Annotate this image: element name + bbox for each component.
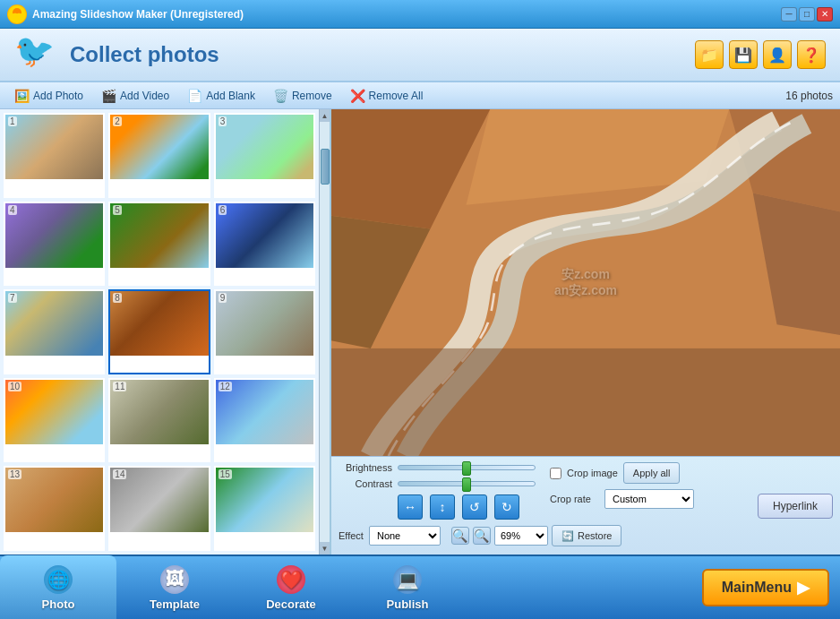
photo-thumb-13[interactable]: 13 <box>4 466 105 551</box>
photo-thumb-5[interactable]: 5 <box>108 202 210 287</box>
rotate-left-button[interactable]: ↺ <box>462 494 487 520</box>
photo-tab-label: Photo <box>42 598 75 611</box>
effect-row: Effect None Grayscale Sepia 🔍 🔍 69% 50% … <box>339 525 536 546</box>
main-menu-arrow-icon: ▶ <box>797 578 810 598</box>
decorate-tab-label: Decorate <box>266 598 316 611</box>
main-menu-label: MainMenu <box>722 580 792 596</box>
crop-image-row: Crop image Apply all <box>550 462 722 484</box>
photo-thumb-12[interactable]: 12 <box>214 378 315 463</box>
folder-icon-button[interactable]: 📁 <box>695 40 724 69</box>
rotate-right-button[interactable]: ↻ <box>494 494 519 520</box>
add-photo-icon: 🖼️ <box>14 89 30 103</box>
photo-thumb-14[interactable]: 14 <box>108 466 210 551</box>
photo-grid: 123456789101112131415 <box>0 109 319 555</box>
minimize-button[interactable]: ─ <box>781 7 797 21</box>
contrast-track[interactable] <box>398 481 536 486</box>
remove-icon: 🗑️ <box>273 89 288 103</box>
scroll-up-button[interactable]: ▲ <box>320 109 330 122</box>
save-icon-button[interactable]: 💾 <box>729 40 758 69</box>
photo-grid-container: 123456789101112131415 ▲ ▼ <box>0 109 330 555</box>
brightness-track[interactable] <box>398 465 536 470</box>
remove-button[interactable]: 🗑️ Remove <box>266 87 339 105</box>
apply-all-button[interactable]: Apply all <box>623 462 681 484</box>
crop-rate-row: Crop rate Custom 4:3 16:9 1:1 <box>550 489 722 509</box>
photo-thumb-11[interactable]: 11 <box>108 378 210 463</box>
zoom-select[interactable]: 69% 50% 100% <box>494 526 548 546</box>
maximize-button[interactable]: □ <box>799 7 815 21</box>
tab-decorate[interactable]: ❤️ Decorate <box>233 555 349 619</box>
template-tab-label: Template <box>150 598 200 611</box>
scroll-thumb[interactable] <box>321 149 330 185</box>
photo-thumb-2[interactable]: 2 <box>108 113 210 198</box>
right-panel: 安z.coman安z.com Brightness Contrast <box>331 109 840 555</box>
thumb-image <box>110 291 208 356</box>
zoom-out-button[interactable]: 🔍 <box>473 527 491 545</box>
header-icons: 📁 💾 👤 ❓ <box>695 40 826 69</box>
transform-icons: ↔ ↕ ↺ ↻ <box>339 494 536 520</box>
window-title: Amazing Slideshow Maker (Unregistered) <box>32 8 781 21</box>
photo-thumb-10[interactable]: 10 <box>4 378 105 463</box>
photo-thumb-6[interactable]: 6 <box>214 202 315 287</box>
thumb-image <box>5 291 103 356</box>
photo-thumb-4[interactable]: 4 <box>4 202 105 287</box>
title-bar: Amazing Slideshow Maker (Unregistered) ─… <box>0 0 840 29</box>
scroll-track <box>320 122 330 542</box>
hyperlink-button[interactable]: Hyperlink <box>758 494 833 519</box>
photo-thumb-7[interactable]: 7 <box>4 289 105 374</box>
main-menu-button[interactable]: MainMenu ▶ <box>702 569 829 606</box>
photo-thumb-8[interactable]: 8 <box>108 289 210 374</box>
crop-image-checkbox[interactable] <box>550 468 561 479</box>
header: Collect photos 📁 💾 👤 ❓ <box>0 29 840 82</box>
app-logo <box>14 32 59 77</box>
add-photo-button[interactable]: 🖼️ Add Photo <box>7 87 90 105</box>
contrast-label: Contrast <box>339 478 392 489</box>
remove-label: Remove <box>292 90 332 102</box>
thumb-number: 4 <box>8 205 17 215</box>
thumb-image <box>5 115 103 179</box>
zoom-in-button[interactable]: 🔍 <box>451 527 469 545</box>
tab-publish[interactable]: 💻 Publish <box>349 555 466 619</box>
close-button[interactable]: ✕ <box>817 7 833 21</box>
preview-image: 安z.coman安z.com <box>331 109 840 456</box>
photo-thumb-1[interactable]: 1 <box>4 113 105 198</box>
remove-all-button[interactable]: ❌ Remove All <box>343 87 431 105</box>
user-icon-button[interactable]: 👤 <box>763 40 792 69</box>
thumb-image <box>5 203 103 268</box>
publish-tab-icon: 💻 <box>393 565 422 594</box>
svg-rect-10 <box>331 348 840 456</box>
flip-h-button[interactable]: ↔ <box>398 494 423 520</box>
thumb-image <box>110 203 208 268</box>
effect-select[interactable]: None Grayscale Sepia <box>369 526 441 546</box>
brightness-row: Brightness <box>339 462 536 473</box>
page-title: Collect photos <box>70 42 219 67</box>
bottom-nav: 🌐 Photo 🖼 Template ❤️ Decorate 💻 Publish… <box>0 555 840 619</box>
thumb-number: 13 <box>8 469 21 479</box>
thumb-number: 8 <box>113 293 122 303</box>
brightness-thumb[interactable] <box>462 461 471 476</box>
thumb-number: 12 <box>219 382 232 391</box>
flip-v-button[interactable]: ↕ <box>430 494 455 520</box>
photo-thumb-9[interactable]: 9 <box>214 289 315 374</box>
contrast-thumb[interactable] <box>462 477 471 492</box>
thumb-image <box>110 115 208 179</box>
add-blank-button[interactable]: 📄 Add Blank <box>180 87 262 105</box>
photo-thumb-3[interactable]: 3 <box>214 113 315 198</box>
tab-photo[interactable]: 🌐 Photo <box>0 555 116 619</box>
thumb-number: 10 <box>8 382 21 391</box>
effect-label: Effect <box>339 530 364 541</box>
photo-count: 16 photos <box>785 90 833 102</box>
main-content: 123456789101112131415 ▲ ▼ <box>0 109 840 555</box>
help-icon-button[interactable]: ❓ <box>797 40 826 69</box>
template-tab-icon: 🖼 <box>160 565 189 594</box>
tab-template[interactable]: 🖼 Template <box>116 555 233 619</box>
vertical-scrollbar[interactable]: ▲ ▼ <box>319 109 330 555</box>
crop-rate-select[interactable]: Custom 4:3 16:9 1:1 <box>604 489 694 509</box>
publish-tab-label: Publish <box>387 598 429 611</box>
thumb-number: 7 <box>8 293 17 303</box>
add-video-button[interactable]: 🎬 Add Video <box>94 87 176 105</box>
thumb-number: 3 <box>219 116 227 126</box>
scroll-down-button[interactable]: ▼ <box>320 542 330 555</box>
photo-thumb-15[interactable]: 15 <box>214 466 315 551</box>
add-video-icon: 🎬 <box>101 89 116 103</box>
thumb-number: 11 <box>113 382 126 391</box>
